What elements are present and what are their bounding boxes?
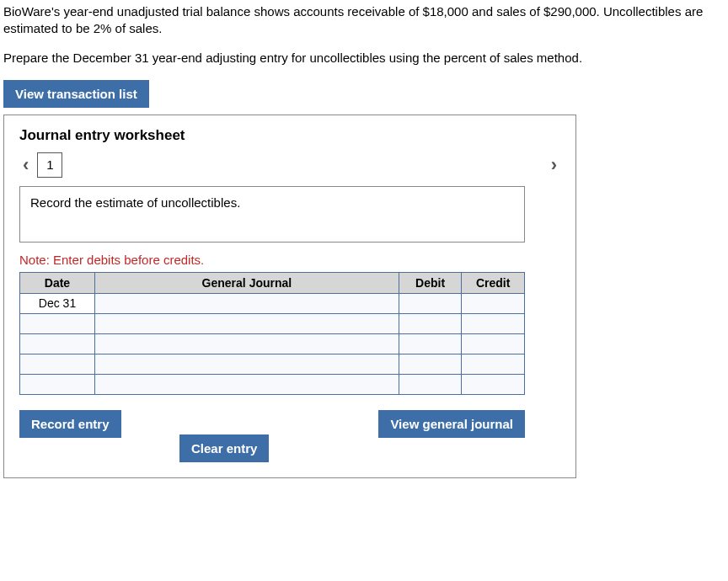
table-row bbox=[20, 333, 525, 354]
col-header-credit: Credit bbox=[462, 272, 525, 293]
problem-statement: BioWare's year-end unadjusted trial bala… bbox=[3, 3, 728, 67]
date-cell[interactable]: Dec 31 bbox=[20, 293, 95, 313]
record-entry-button[interactable]: Record entry bbox=[19, 410, 121, 438]
problem-line-1: BioWare's year-end unadjusted trial bala… bbox=[3, 3, 728, 38]
worksheet-nav: ‹ 1 › bbox=[19, 152, 560, 178]
general-journal-cell[interactable] bbox=[95, 313, 399, 333]
journal-entry-table: Date General Journal Debit Credit Dec 31 bbox=[19, 272, 525, 395]
credit-cell[interactable] bbox=[462, 293, 525, 313]
debit-cell[interactable] bbox=[399, 354, 462, 374]
general-journal-cell[interactable] bbox=[95, 354, 399, 374]
table-row bbox=[20, 313, 525, 333]
table-row bbox=[20, 374, 525, 394]
worksheet-title: Journal entry worksheet bbox=[19, 127, 560, 144]
col-header-date: Date bbox=[20, 272, 95, 293]
clear-entry-button[interactable]: Clear entry bbox=[179, 434, 269, 462]
date-cell[interactable] bbox=[20, 374, 95, 394]
debit-cell[interactable] bbox=[399, 333, 462, 354]
general-journal-cell[interactable] bbox=[95, 374, 399, 394]
view-general-journal-button[interactable]: View general journal bbox=[378, 410, 525, 438]
view-transaction-list-button[interactable]: View transaction list bbox=[3, 80, 149, 108]
next-entry-icon[interactable]: › bbox=[551, 154, 557, 176]
table-row bbox=[20, 354, 525, 374]
debit-cell[interactable] bbox=[399, 374, 462, 394]
date-cell[interactable] bbox=[20, 354, 95, 374]
credit-cell[interactable] bbox=[462, 333, 525, 354]
col-header-general-journal: General Journal bbox=[95, 272, 399, 293]
debit-cell[interactable] bbox=[399, 293, 462, 313]
credit-cell[interactable] bbox=[462, 354, 525, 374]
general-journal-cell[interactable] bbox=[95, 333, 399, 354]
date-cell[interactable] bbox=[20, 313, 95, 333]
table-row: Dec 31 bbox=[20, 293, 525, 313]
entry-page-number[interactable]: 1 bbox=[37, 152, 62, 178]
problem-line-2: Prepare the December 31 year-end adjusti… bbox=[3, 50, 728, 67]
general-journal-cell[interactable] bbox=[95, 293, 399, 313]
prev-entry-icon[interactable]: ‹ bbox=[23, 154, 29, 176]
journal-worksheet-panel: Journal entry worksheet ‹ 1 › Record the… bbox=[3, 115, 576, 478]
debit-cell[interactable] bbox=[399, 313, 462, 333]
debits-before-credits-note: Note: Enter debits before credits. bbox=[19, 253, 560, 267]
credit-cell[interactable] bbox=[462, 374, 525, 394]
date-cell[interactable] bbox=[20, 333, 95, 354]
col-header-debit: Debit bbox=[399, 272, 462, 293]
entry-instruction: Record the estimate of uncollectibles. bbox=[19, 186, 525, 243]
credit-cell[interactable] bbox=[462, 313, 525, 333]
